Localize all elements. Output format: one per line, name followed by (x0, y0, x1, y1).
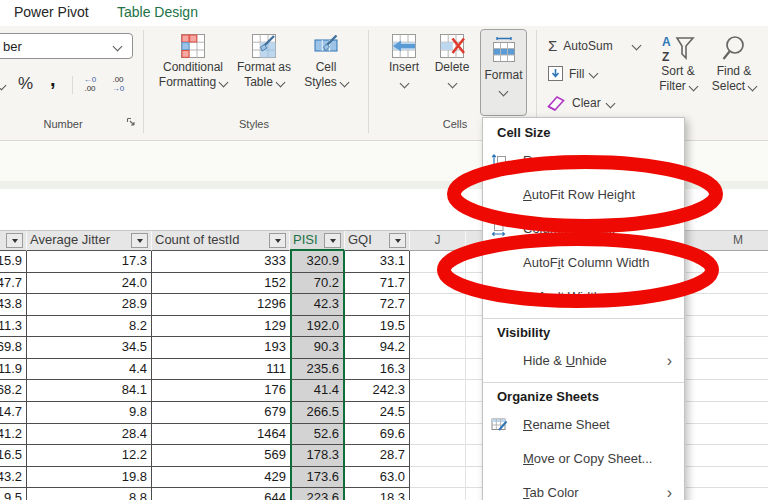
filter-button[interactable] (389, 233, 406, 248)
table-cell[interactable]: 178.3 (290, 445, 345, 467)
table-cell[interactable]: 679 (152, 402, 290, 424)
table-cell[interactable]: 176 (152, 380, 290, 402)
table-cell[interactable]: 242.3 (345, 380, 410, 402)
table-cell[interactable]: 72.7 (345, 294, 410, 316)
table-header-gqi[interactable]: GQI (345, 231, 410, 251)
table-cell[interactable]: 111 (152, 359, 290, 381)
table-cell[interactable]: 429 (152, 467, 290, 489)
column-heading-M[interactable]: M (708, 231, 768, 250)
table-header-count-of-testid[interactable]: Count of testId (152, 231, 290, 251)
table-cell[interactable]: 235.6 (290, 359, 345, 381)
format-button[interactable]: Format (480, 29, 527, 116)
grid-area-right-of-menu[interactable] (686, 251, 768, 500)
menu-item-autofit-row-height[interactable]: AutoFit Row Height (483, 178, 684, 212)
menu-item-hide-unhide[interactable]: Hide & Unhide› (483, 344, 684, 378)
tab-power-pivot[interactable]: Power Pivot (14, 4, 89, 20)
table-cell[interactable]: 33.1 (345, 251, 410, 273)
table-cell[interactable]: 193 (152, 337, 290, 359)
table-cell[interactable]: 1464 (152, 424, 290, 446)
filter-button[interactable] (131, 233, 148, 248)
table-cell[interactable]: 24.5 (345, 402, 410, 424)
table-cell[interactable]: 70.2 (290, 273, 345, 295)
table-cell[interactable]: 8.8 (27, 488, 152, 500)
table-cell[interactable]: 63.0 (345, 467, 410, 489)
decrease-decimal-button[interactable]: .00 →0 (106, 75, 130, 93)
table-header-pisi[interactable]: PISI (290, 231, 345, 251)
table-cell[interactable]: 644 (152, 488, 290, 500)
table-cell[interactable]: 68.2 (0, 380, 27, 402)
format-as-table-button[interactable]: Format as Table (232, 32, 296, 90)
table-cell[interactable]: 16.5 (0, 445, 27, 467)
menu-item-rename-sheet[interactable]: Rename Sheet (483, 408, 684, 442)
table-cell[interactable]: 28.9 (27, 294, 152, 316)
menu-item-tab-color[interactable]: Tab Color› (483, 476, 684, 500)
table-cell[interactable]: 11.9 (0, 359, 27, 381)
table-cell[interactable]: 8.2 (27, 316, 152, 338)
sort-filter-button[interactable]: A Z Sort & Filter (652, 34, 704, 94)
table-cell[interactable]: 16.3 (345, 359, 410, 381)
table-cell[interactable]: 90.3 (290, 337, 345, 359)
grid-area-left-of-menu[interactable] (410, 251, 483, 500)
comma-style-button[interactable]: , (50, 68, 56, 91)
table-cell[interactable]: 24.0 (27, 273, 152, 295)
menu-item-row-height[interactable]: Row Height... (483, 144, 684, 178)
filter-button[interactable] (269, 233, 286, 248)
table-cell[interactable]: 42.3 (290, 294, 345, 316)
table-cell[interactable]: 28.7 (345, 445, 410, 467)
table-cell[interactable]: 43.2 (0, 467, 27, 489)
table-cell[interactable]: 43.8 (0, 294, 27, 316)
table-cell[interactable]: 47.7 (0, 273, 27, 295)
table-cell[interactable]: 84.1 (27, 380, 152, 402)
table-cell[interactable]: 4.4 (27, 359, 152, 381)
table-cell[interactable]: 9.5 (0, 488, 27, 500)
table-cell[interactable]: 41.2 (0, 424, 27, 446)
table-cell[interactable]: 223.6 (290, 488, 345, 500)
table-cell[interactable]: 18.3 (345, 488, 410, 500)
autosum-button[interactable]: Σ AutoSum (548, 37, 640, 54)
table-cell[interactable]: 28.4 (27, 424, 152, 446)
table-cell[interactable]: 41.4 (290, 380, 345, 402)
table-cell[interactable]: 12.2 (27, 445, 152, 467)
number-format-combobox[interactable]: ber (0, 33, 133, 59)
table-cell[interactable]: 34.5 (27, 337, 152, 359)
cell-styles-button[interactable]: Cell Styles (298, 32, 354, 90)
filter-button[interactable] (6, 233, 23, 248)
clear-button[interactable]: Clear (546, 94, 614, 112)
table-header-average-jitter[interactable]: Average Jitter (27, 231, 152, 251)
clipped-dropdown-chevron-icon[interactable] (0, 81, 6, 91)
table-cell[interactable]: 11.3 (0, 316, 27, 338)
increase-decimal-button[interactable]: ←0 .00 (78, 75, 102, 93)
tab-table-design[interactable]: Table Design (117, 4, 198, 20)
table-cell[interactable]: 52.6 (290, 424, 345, 446)
table-header-clipped-column[interactable] (0, 231, 27, 251)
table-cell[interactable]: 9.8 (27, 402, 152, 424)
table-cell[interactable]: 69.8 (0, 337, 27, 359)
find-select-button[interactable]: Find & Select (706, 34, 762, 94)
insert-cells-button[interactable]: Insert (382, 32, 426, 87)
fill-button[interactable]: Fill (548, 66, 597, 81)
table-cell[interactable]: 17.3 (27, 251, 152, 273)
table-cell[interactable]: 1296 (152, 294, 290, 316)
menu-item-default-width[interactable]: Default Width... (483, 280, 684, 314)
column-heading-J[interactable]: J (410, 231, 465, 250)
table-cell[interactable]: 94.2 (345, 337, 410, 359)
table-cell[interactable]: 152 (152, 273, 290, 295)
conditional-formatting-button[interactable]: Conditional Formatting (160, 32, 226, 90)
percent-style-button[interactable]: % (18, 74, 33, 94)
table-cell[interactable]: 192.0 (290, 316, 345, 338)
table-cell[interactable]: 14.7 (0, 402, 27, 424)
table-cell[interactable]: 173.6 (290, 467, 345, 489)
menu-item-column-width[interactable]: Column Width... (483, 212, 684, 246)
table-cell[interactable]: 69.6 (345, 424, 410, 446)
table-cell[interactable]: 15.9 (0, 251, 27, 273)
table-cell[interactable]: 71.7 (345, 273, 410, 295)
number-dialog-launcher-icon[interactable] (126, 117, 136, 127)
table-cell[interactable]: 19.8 (27, 467, 152, 489)
table-cell[interactable]: 129 (152, 316, 290, 338)
table-cell[interactable]: 569 (152, 445, 290, 467)
table-cell[interactable]: 266.5 (290, 402, 345, 424)
table-cell[interactable]: 320.9 (290, 251, 345, 273)
table-cell[interactable]: 333 (152, 251, 290, 273)
menu-item-move-or-copy-sheet[interactable]: Move or Copy Sheet... (483, 442, 684, 476)
table-cell[interactable]: 19.5 (345, 316, 410, 338)
